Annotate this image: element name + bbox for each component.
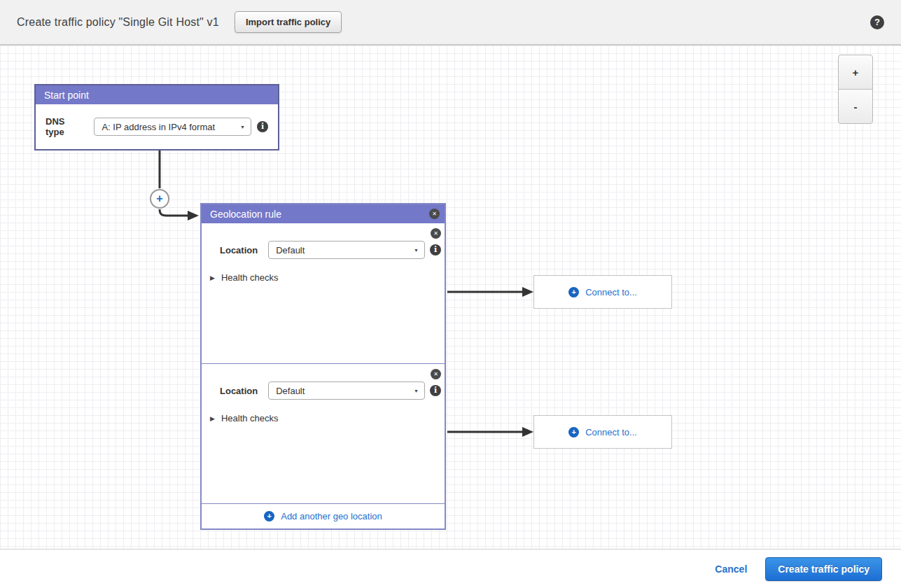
location-row: Location Default ▼ i [220,241,441,259]
add-geo-location-label: Add another geo location [281,511,382,522]
geo-location-section-1: ✕ Location Default ▼ i ▶ Health checks [202,223,445,363]
start-point-node: Start point DNS type A: IP address in IP… [34,84,279,150]
zoom-control: + - [838,55,873,124]
connect-to-label: Connect to... [585,427,637,438]
disclosure-triangle-icon: ▶ [210,274,215,281]
import-traffic-policy-button[interactable]: Import traffic policy [235,11,342,33]
add-rule-connector[interactable]: + [150,189,169,209]
chevron-down-icon: ▼ [240,125,245,130]
add-geo-location-button[interactable]: + Add another geo location [202,503,445,528]
geolocation-rule-close-icon[interactable]: ✕ [429,209,440,219]
cancel-button[interactable]: Cancel [715,564,747,575]
policy-canvas: + - Start point DNS type A: IP address i… [0,46,901,550]
location-info-icon[interactable]: i [430,385,441,396]
geo-location-section-2: ✕ Location Default ▼ i ▶ Health checks [202,363,445,503]
location-select[interactable]: Default ▼ [268,382,425,400]
plus-circle-icon: + [568,287,579,298]
help-icon[interactable]: ? [870,15,884,29]
health-checks-label: Health checks [221,272,279,283]
connect-to-button-1[interactable]: + Connect to... [533,275,672,309]
connect-to-button-2[interactable]: + Connect to... [533,415,672,449]
health-checks-label: Health checks [221,413,279,424]
top-header: Create traffic policy "Single Git Host" … [0,0,901,46]
page-title: Create traffic policy "Single Git Host" … [17,16,219,29]
section-close-icon[interactable]: ✕ [431,369,441,379]
health-checks-toggle[interactable]: ▶ Health checks [210,413,279,424]
create-traffic-policy-button[interactable]: Create traffic policy [765,557,882,581]
plus-circle-icon: + [264,511,274,522]
chevron-down-icon: ▼ [414,248,419,253]
geolocation-rule-title: Geolocation rule [210,209,281,220]
zoom-out-button[interactable]: - [838,89,873,124]
dns-type-label: DNS type [46,116,83,137]
location-label: Location [220,386,258,396]
dns-type-selected-value: A: IP address in IPv4 format [102,122,215,132]
location-row: Location Default ▼ i [220,382,441,400]
geolocation-rule-header: Geolocation rule ✕ [202,204,445,223]
zoom-in-button[interactable]: + [838,55,873,90]
section-close-icon[interactable]: ✕ [431,228,441,239]
location-info-icon[interactable]: i [430,244,441,255]
location-selected-value: Default [276,245,305,255]
connect-to-label: Connect to... [585,287,637,298]
plus-circle-icon: + [568,427,579,438]
disclosure-triangle-icon: ▶ [210,415,215,422]
footer-bar: Cancel Create traffic policy [0,550,901,588]
dns-type-info-icon[interactable]: i [257,121,268,132]
location-select[interactable]: Default ▼ [268,241,425,259]
start-point-body: DNS type A: IP address in IPv4 format ▼ … [36,104,278,149]
location-selected-value: Default [276,386,305,396]
start-point-header: Start point [36,85,278,104]
geolocation-rule-node: Geolocation rule ✕ ✕ Location Default ▼ … [200,203,446,530]
location-label: Location [220,245,258,255]
health-checks-toggle[interactable]: ▶ Health checks [210,272,279,283]
chevron-down-icon: ▼ [414,388,419,393]
dns-type-select[interactable]: A: IP address in IPv4 format ▼ [94,118,251,136]
